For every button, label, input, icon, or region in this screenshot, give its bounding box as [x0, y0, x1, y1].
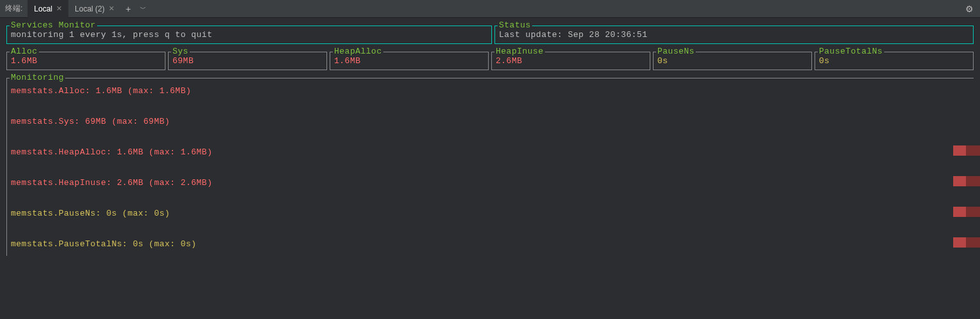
usage-bar	[953, 207, 980, 217]
services-monitor-panel: Services Monitor monitoring 1 every 1s, …	[6, 26, 492, 44]
metric-value: 2.6MB	[496, 56, 523, 66]
right-edge-bars	[953, 145, 980, 268]
tab-label: Local (2)	[75, 4, 105, 13]
usage-bar	[953, 145, 980, 156]
close-icon[interactable]: ✕	[109, 4, 114, 13]
monitoring-spacer	[11, 160, 970, 175]
monitoring-line: memstats.PauseNs: 0s (max: 0s)	[11, 206, 970, 221]
monitoring-spacer	[11, 221, 970, 237]
panel-label: Status	[498, 20, 532, 30]
metrics-row: Alloc 1.6MB Sys 69MB HeapAlloc 1.6MB Hea…	[5, 47, 975, 73]
metric-heapinuse: HeapInuse 2.6MB	[491, 52, 650, 70]
terminal-title: 终端:	[5, 3, 22, 14]
metric-value: 0s	[657, 56, 668, 66]
terminal-tab-bar: 终端: Local ✕ Local (2) ✕ + ﹀ ⚙	[0, 0, 980, 18]
panel-label: Services Monitor	[10, 20, 97, 30]
metric-value: 1.6MB	[334, 56, 361, 66]
status-text: Last update: Sep 28 20:36:51	[499, 30, 969, 40]
usage-bar	[953, 176, 980, 186]
terminal-content: Services Monitor monitoring 1 every 1s, …	[0, 18, 980, 263]
monitoring-line: memstats.PauseTotalNs: 0s (max: 0s)	[11, 237, 970, 252]
metric-label: PauseTotalNs	[818, 47, 884, 56]
services-monitor-text: monitoring 1 every 1s, press q to quit	[11, 30, 487, 40]
monitoring-spacer	[11, 130, 970, 145]
monitoring-line: memstats.HeapInuse: 2.6MB (max: 2.6MB)	[11, 175, 970, 191]
tab-label: Local	[34, 4, 52, 13]
tab-local[interactable]: Local ✕	[27, 0, 68, 18]
metric-label: PauseNs	[656, 47, 696, 56]
metric-pausens: PauseNs 0s	[653, 52, 812, 70]
tab-dropdown-icon[interactable]: ﹀	[136, 4, 150, 13]
gear-icon[interactable]: ⚙	[965, 4, 974, 14]
monitoring-panel: Monitoring memstats.Alloc: 1.6MB (max: 1…	[6, 78, 974, 256]
metric-value: 1.6MB	[11, 56, 38, 66]
metric-label: HeapInuse	[494, 47, 545, 56]
metric-value: 0s	[819, 56, 830, 66]
panel-label: Monitoring	[10, 73, 65, 82]
metric-sys: Sys 69MB	[168, 52, 327, 70]
metric-alloc: Alloc 1.6MB	[6, 52, 165, 70]
top-panels-row: Services Monitor monitoring 1 every 1s, …	[5, 20, 975, 47]
monitoring-line: memstats.Alloc: 1.6MB (max: 1.6MB)	[11, 84, 970, 99]
metric-label: Sys	[171, 47, 190, 56]
monitoring-line: memstats.Sys: 69MB (max: 69MB)	[11, 114, 970, 130]
metric-label: Alloc	[10, 47, 39, 56]
close-icon[interactable]: ✕	[56, 4, 62, 13]
monitoring-line: memstats.HeapAlloc: 1.6MB (max: 1.6MB)	[11, 145, 970, 160]
metric-value: 69MB	[172, 56, 194, 66]
monitoring-spacer	[11, 99, 970, 114]
metric-pausetotalns: PauseTotalNs 0s	[815, 52, 974, 70]
tab-local-2[interactable]: Local (2) ✕	[68, 0, 121, 18]
monitoring-spacer	[11, 191, 970, 206]
usage-bar	[953, 237, 980, 248]
metric-heapalloc: HeapAlloc 1.6MB	[330, 52, 489, 70]
metric-label: HeapAlloc	[333, 47, 383, 56]
status-panel: Status Last update: Sep 28 20:36:51	[494, 26, 974, 44]
new-tab-button[interactable]: +	[121, 4, 136, 14]
